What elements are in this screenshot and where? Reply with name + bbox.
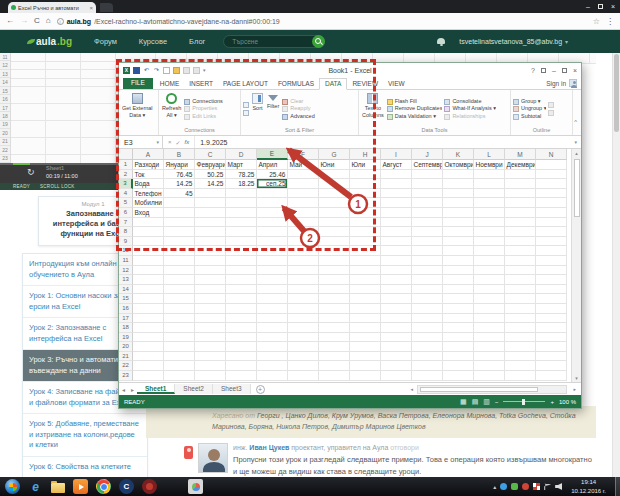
cell-C4[interactable] (195, 189, 226, 199)
cell-K2[interactable] (443, 170, 474, 180)
cell-J13[interactable] (412, 275, 443, 285)
cell-D8[interactable] (226, 227, 257, 237)
cell-G20[interactable] (319, 342, 350, 352)
cell-M22[interactable] (505, 361, 536, 371)
cell-N15[interactable] (536, 294, 567, 304)
cell-J15[interactable] (412, 294, 443, 304)
cell-H7[interactable] (350, 218, 381, 228)
filter-button[interactable]: Filter (266, 92, 280, 126)
cell-I18[interactable] (381, 323, 412, 333)
row-header-16[interactable]: 16 (119, 304, 133, 314)
cell-L8[interactable] (474, 227, 505, 237)
cell-N22[interactable] (536, 361, 567, 371)
cell-M20[interactable] (505, 342, 536, 352)
browser-close-icon[interactable]: × (611, 3, 615, 10)
row-header-17[interactable]: 17 (119, 314, 133, 324)
cell-I1[interactable]: Август (381, 160, 412, 170)
cell-N23[interactable] (536, 371, 567, 381)
cell-N8[interactable] (536, 227, 567, 237)
cell-F18[interactable] (288, 323, 319, 333)
cell-D6[interactable] (226, 208, 257, 218)
cell-N13[interactable] (536, 275, 567, 285)
cell-K3[interactable] (443, 179, 474, 189)
cell-F4[interactable] (288, 189, 319, 199)
cell-I20[interactable] (381, 342, 412, 352)
cell-E9[interactable] (257, 237, 288, 247)
tray-green-icon[interactable] (511, 483, 518, 490)
cell-C7[interactable] (195, 218, 226, 228)
cell-E23[interactable] (257, 371, 288, 381)
subtotal-button[interactable]: Subtotal (513, 114, 546, 120)
search-box[interactable] (223, 35, 325, 48)
cell-J1[interactable]: Септември (412, 160, 443, 170)
row-header-11[interactable]: 11 (119, 256, 133, 266)
excel-tab-review[interactable]: REVIEW (347, 79, 383, 90)
cell-K23[interactable] (443, 371, 474, 381)
sort-button[interactable]: Sort (251, 92, 264, 126)
cell-C17[interactable] (195, 314, 226, 324)
ribbon-options-icon[interactable] (541, 68, 546, 73)
name-box[interactable]: E3 ▾ (119, 136, 163, 148)
cell-E21[interactable] (257, 352, 288, 362)
cell-C11[interactable] (195, 256, 226, 266)
cell-C22[interactable] (195, 361, 226, 371)
cell-K22[interactable] (443, 361, 474, 371)
cell-A6[interactable]: Вход (133, 208, 164, 218)
column-header-F[interactable]: F (288, 149, 319, 160)
cell-H1[interactable]: Юли (350, 160, 381, 170)
row-header-20[interactable]: 20 (119, 342, 133, 352)
excel-tab-formulas[interactable]: FORMULAS (273, 79, 319, 90)
cell-B20[interactable] (164, 342, 195, 352)
cell-E8[interactable] (257, 227, 288, 237)
cell-G14[interactable] (319, 285, 350, 295)
cell-G21[interactable] (319, 352, 350, 362)
row-header-12[interactable]: 12 (119, 266, 133, 276)
cell-A23[interactable] (133, 371, 164, 381)
tray-grid-icon[interactable] (533, 483, 540, 490)
cell-N19[interactable] (536, 333, 567, 343)
cell-M2[interactable] (505, 170, 536, 180)
cell-K11[interactable] (443, 256, 474, 266)
cell-D15[interactable] (226, 294, 257, 304)
sheet-horizontal-scrollbar[interactable] (417, 385, 567, 394)
cell-C21[interactable] (195, 352, 226, 362)
edit-links-button[interactable]: Edit Links (184, 114, 223, 120)
cell-J23[interactable] (412, 371, 443, 381)
cell-E17[interactable] (257, 314, 288, 324)
cell-M18[interactable] (505, 323, 536, 333)
cell-C5[interactable] (195, 198, 226, 208)
cell-B8[interactable] (164, 227, 195, 237)
sign-in-button[interactable]: Sign in (546, 78, 577, 88)
cell-C9[interactable] (195, 237, 226, 247)
cell-E13[interactable] (257, 275, 288, 285)
cell-L1[interactable]: Ноември (474, 160, 505, 170)
cell-D19[interactable] (226, 333, 257, 343)
cell-N9[interactable] (536, 237, 567, 247)
cell-J9[interactable] (412, 237, 443, 247)
cell-H8[interactable] (350, 227, 381, 237)
row-header-15[interactable]: 15 (119, 294, 133, 304)
cell-F3[interactable] (288, 179, 319, 189)
cell-K5[interactable] (443, 198, 474, 208)
browser-menu-icon[interactable]: ⋮ (606, 17, 614, 26)
cell-F2[interactable] (288, 170, 319, 180)
excel-title-bar[interactable]: X ↶ ↷ ▾ Book1 - Excel ? – × (119, 63, 581, 77)
cell-L21[interactable] (474, 352, 505, 362)
excel-tab-data[interactable]: DATA (319, 78, 347, 91)
cell-B3[interactable]: 14.25 (164, 179, 195, 189)
sort-descending-button[interactable] (243, 110, 249, 116)
cell-H14[interactable] (350, 285, 381, 295)
enter-icon[interactable]: ✓ (176, 139, 181, 146)
cell-I5[interactable] (381, 198, 412, 208)
column-header-A[interactable]: A (133, 149, 164, 160)
cell-A15[interactable] (133, 294, 164, 304)
cell-L3[interactable] (474, 179, 505, 189)
cell-E19[interactable] (257, 333, 288, 343)
cell-F12[interactable] (288, 266, 319, 276)
cell-I21[interactable] (381, 352, 412, 362)
tray-flag-icon[interactable] (544, 483, 551, 490)
cell-B5[interactable] (164, 198, 195, 208)
cell-E11[interactable] (257, 256, 288, 266)
cell-J16[interactable] (412, 304, 443, 314)
cell-M3[interactable] (505, 179, 536, 189)
